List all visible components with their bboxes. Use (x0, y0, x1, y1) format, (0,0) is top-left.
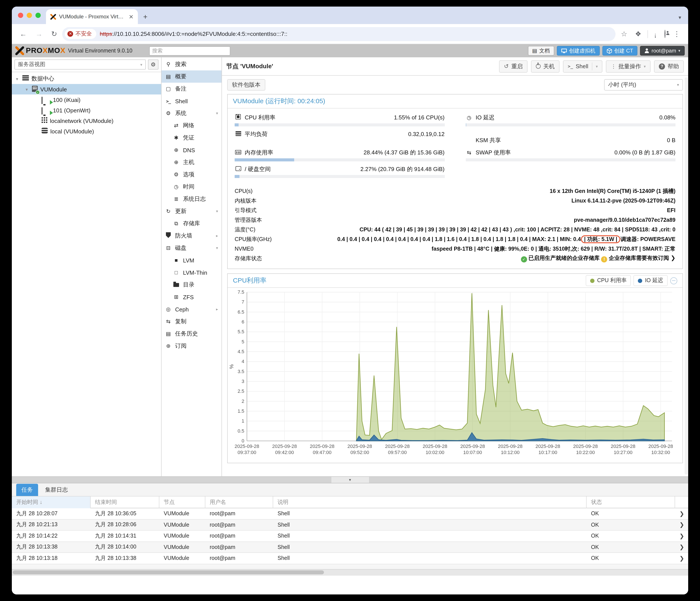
new-tab-button[interactable]: + (138, 13, 153, 24)
task-row-chevron-icon[interactable]: ❯ (675, 544, 688, 550)
create-vm-button[interactable]: 创建虚拟机 (557, 46, 600, 56)
extensions-icon[interactable]: ❖ (631, 30, 645, 38)
nav-item--[interactable]: ⇄网络 (161, 120, 222, 132)
timeframe-select[interactable]: 小时 (平均)▾ (604, 79, 683, 90)
nav-item--[interactable]: ◷时间 (161, 181, 222, 193)
browser-tab[interactable]: VUModule - Proxmox Virtual E ✕ (46, 9, 138, 24)
nav-item--[interactable]: ⚙系统▾ (161, 107, 222, 120)
repo-details-chevron-icon[interactable]: ❯ (671, 255, 675, 261)
user-icon (645, 48, 649, 53)
create-ct-button[interactable]: 创建 CT (602, 46, 638, 56)
back-icon[interactable]: ← (16, 30, 30, 38)
nav-item--[interactable]: ⊛订阅 (161, 340, 222, 352)
svg-text:2025-09-28: 2025-09-28 (310, 444, 334, 449)
nav-item--[interactable]: ⧉存储库 (161, 217, 222, 230)
macos-window-controls[interactable] (12, 6, 46, 24)
tab-cluster-log[interactable]: 集群日志 (40, 484, 73, 496)
column-header-5[interactable]: 状态 (586, 496, 675, 508)
tab-tasks[interactable]: 任务 (16, 484, 38, 496)
column-header-1[interactable]: 结束时间 (91, 496, 159, 508)
tree-item-100-ikuai-[interactable]: 100 (iKuai) (12, 95, 161, 105)
legend-item-cpu[interactable]: CPU 利用率 (586, 275, 631, 286)
nav-item--[interactable]: ⊟磁盘▾ (161, 242, 222, 254)
task-cell: 九月 28 10:13:38 (12, 544, 91, 551)
zoom-window-button[interactable] (35, 13, 41, 18)
column-header-4[interactable]: 说明 (273, 496, 586, 508)
view-select[interactable]: 服务器视图▾ (15, 59, 146, 70)
tree-item-localnetwork-vumodule-[interactable]: localnetwork (VUModule) (12, 115, 161, 126)
close-window-button[interactable] (18, 13, 23, 18)
task-row-chevron-icon[interactable]: ❯ (675, 511, 688, 517)
nav-item--[interactable]: ⚲搜索 (161, 58, 222, 71)
task-row[interactable]: 九月 28 10:21:13九月 28 10:28:06VUModuleroot… (12, 519, 688, 530)
bulk-actions-button[interactable]: ⋮批量操作▾ (606, 60, 651, 72)
nav-item-lvm-thin[interactable]: □LVM-Thin (161, 266, 222, 279)
tab-close-icon[interactable]: ✕ (128, 14, 134, 20)
column-header-3[interactable]: 用户名 (205, 496, 273, 508)
downloads-icon[interactable]: ↓ (651, 30, 660, 38)
column-header-0[interactable]: 开始时间 ↓ (12, 496, 91, 508)
browser-menu-icon[interactable]: ⋮ (670, 30, 684, 38)
forward-icon[interactable]: → (32, 30, 46, 38)
tree-item-local-vumodule-[interactable]: local (VUModule) (12, 126, 161, 136)
nav-item--[interactable]: ≣系统日志 (161, 193, 222, 205)
reboot-button[interactable]: ↺重启 (499, 60, 527, 72)
nav-item--[interactable]: 目录 (161, 279, 222, 291)
tree-item-vumodule[interactable]: ▾✓VUModule (12, 84, 161, 95)
task-row-chevron-icon[interactable]: ❯ (675, 522, 688, 528)
column-header-2[interactable]: 节点 (159, 496, 205, 508)
nav-item-ceph[interactable]: ◎Ceph▸ (161, 303, 222, 315)
nav-item--[interactable]: ↻更新▾ (161, 205, 222, 217)
nav-item-label: 目录 (183, 281, 194, 289)
global-search-input[interactable] (149, 46, 230, 55)
task-row-chevron-icon[interactable]: ❯ (675, 533, 688, 539)
search-icon: ⚲ (165, 61, 172, 68)
minimize-window-button[interactable] (27, 13, 32, 18)
nav-item--[interactable]: ▢备注 (161, 83, 222, 95)
task-row-chevron-icon[interactable]: ❯ (675, 555, 688, 561)
nav-item--[interactable]: ▤概要 (161, 71, 222, 83)
nav-item--[interactable]: 防火墙▸ (161, 230, 222, 242)
tree-item--[interactable]: ▾数据中心 (12, 74, 161, 84)
shutdown-button[interactable]: 关机 (531, 60, 559, 72)
nav-item-lvm[interactable]: ■LVM (161, 254, 222, 266)
nav-item-dns[interactable]: ⊕DNS (161, 144, 222, 156)
reload-icon[interactable]: ↻ (48, 30, 60, 38)
nav-item--[interactable]: ⊕主机 (161, 156, 222, 168)
nav-item-zfs[interactable]: ⊞ZFS (161, 291, 222, 303)
task-row[interactable]: 九月 28 10:13:38九月 28 10:14:00VUModuleroot… (12, 542, 688, 553)
splitter-collapse-handle[interactable]: ▾ (331, 477, 369, 483)
tree-settings-button[interactable]: ⚙ (148, 59, 158, 70)
tab-search-chevron-icon[interactable]: ▾ (679, 15, 688, 24)
help-button[interactable]: ?帮助 (654, 60, 684, 72)
horizontal-scrollbar[interactable] (12, 569, 688, 575)
nav-item--[interactable]: ⚙选项 (161, 168, 222, 181)
nav-item--[interactable]: ✱凭证 (161, 132, 222, 144)
shell-button[interactable]: >_Shell▾ (563, 60, 603, 72)
panel-splitter[interactable]: ▾ (12, 476, 688, 484)
bookmark-star-icon[interactable]: ☆ (618, 30, 631, 38)
address-bar[interactable]: ✕ 不安全 https://10.10.10.254:8006/#v1:0:=n… (62, 27, 616, 41)
chevron-down-icon[interactable]: ▾ (596, 64, 598, 69)
profile-avatar-icon[interactable] (661, 30, 669, 38)
task-cell: root@pam (205, 533, 273, 539)
tree-expander-icon[interactable]: ▾ (15, 76, 20, 81)
collapse-chart-icon[interactable] (670, 277, 677, 284)
scrollbar-thumb[interactable] (13, 570, 324, 574)
task-row[interactable]: 九月 28 10:13:18九月 28 10:13:38VUModuleroot… (12, 553, 688, 564)
task-row[interactable]: 九月 28 10:14:22九月 28 10:14:31VUModuleroot… (12, 530, 688, 542)
task-row[interactable]: 九月 28 10:28:07九月 28 10:36:05VUModuleroot… (12, 508, 688, 519)
tree-expander-icon[interactable]: ▾ (24, 87, 29, 92)
nav-item--[interactable]: ⇆复制 (161, 315, 222, 328)
nav-item--[interactable]: ▤任务历史 (161, 328, 222, 340)
security-chip[interactable]: ✕ 不安全 (65, 29, 96, 39)
sqfill-icon: ■ (173, 257, 179, 263)
documentation-button[interactable]: ▤文档 (528, 46, 554, 56)
package-versions-button[interactable]: 软件包版本 (227, 79, 265, 90)
legend-item-io[interactable]: IO 延迟 (634, 275, 668, 286)
tree-item-101-openwrt-[interactable]: 101 (OpenWrt) (12, 105, 161, 115)
detail-label: 温度(°C) (235, 226, 255, 233)
cpu-usage-chart[interactable]: 00.511.522.533.544.555.566.577.52025-09-… (228, 288, 682, 461)
user-menu-button[interactable]: root@pam▾ (640, 46, 685, 56)
nav-item-shell[interactable]: >_Shell (161, 95, 222, 107)
